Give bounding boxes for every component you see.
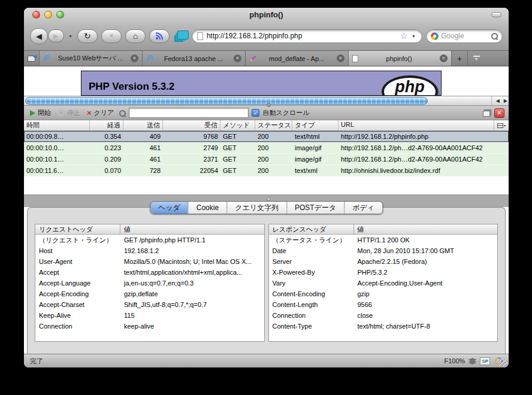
cell-status: 200: [255, 154, 292, 165]
tab-close-icon[interactable]: ×: [337, 54, 344, 62]
tab-close-icon[interactable]: ×: [234, 54, 241, 62]
sp-badge-p: P: [485, 358, 488, 364]
filter-input[interactable]: [129, 108, 249, 118]
search-icon[interactable]: [491, 32, 498, 40]
minimize-window-button[interactable]: [44, 11, 52, 19]
addon-stack-icon[interactable]: [177, 31, 189, 40]
forward-button[interactable]: ▶: [48, 29, 64, 42]
bookmark-star-icon[interactable]: ☆: [400, 32, 408, 40]
column-url[interactable]: URL: [338, 120, 494, 130]
location-dropdown-icon[interactable]: ▼: [412, 34, 416, 38]
header-value: Mozilla/5.0 (Macintosh; U; Intel Mac OS …: [120, 256, 264, 267]
header-row[interactable]: Content-Length 9566: [269, 299, 498, 310]
screenshot-root: { "window": { "title": "phpinfo()" }, "n…: [0, 0, 532, 395]
clear-button[interactable]: × クリア: [85, 108, 116, 117]
header-row[interactable]: X-Powered-By PHP/5.3.2: [269, 267, 498, 278]
home-button[interactable]: ⌂: [125, 29, 146, 43]
header-key: User-Agent: [35, 256, 120, 267]
resize-grip[interactable]: [499, 358, 507, 366]
new-tab-button[interactable]: +: [452, 51, 468, 66]
bug-addon-icon[interactable]: [470, 358, 475, 364]
back-button[interactable]: ◀: [30, 28, 48, 44]
response-headers-value-label[interactable]: 値: [354, 224, 498, 234]
request-row[interactable]: 00:00:10.0… 0.223 461 2749 GET 200 image…: [24, 142, 509, 154]
column-elapsed[interactable]: 経過: [90, 120, 123, 130]
detach-panel-icon[interactable]: [483, 110, 491, 117]
column-sent[interactable]: 送信: [123, 120, 163, 130]
tab-close-icon[interactable]: ×: [440, 54, 448, 62]
header-row[interactable]: User-Agent Mozilla/5.0 (Macintosh; U; In…: [35, 256, 264, 267]
response-headers-title[interactable]: レスポンスヘッダ: [269, 224, 354, 234]
column-time[interactable]: 時間: [24, 120, 90, 130]
search-bar[interactable]: Google: [426, 29, 503, 43]
browser-tab[interactable]: Fedora13 apache ... ×: [143, 51, 246, 66]
header-row[interactable]: Accept-Encoding gzip,deflate: [35, 288, 264, 299]
phpinfo-header-banner: PHP Version 5.3.2 php: [81, 71, 442, 96]
header-row[interactable]: Connection close: [269, 310, 498, 321]
cell-time: 00:00:10.0…: [24, 142, 90, 153]
header-row[interactable]: （リクエスト・ライン） GET /phpinfo.php HTTP/1.1: [35, 235, 264, 245]
tab-label: phpinfo(): [361, 55, 437, 62]
tab-close-icon[interactable]: ×: [131, 54, 138, 62]
stop-button[interactable]: ×: [101, 29, 122, 43]
start-button[interactable]: 開始: [28, 108, 53, 117]
autoscroll-checkbox[interactable]: ✓: [252, 109, 259, 117]
zoom-window-button[interactable]: [56, 11, 64, 19]
column-method[interactable]: メソッド: [220, 120, 255, 130]
column-received[interactable]: 受信: [163, 120, 220, 130]
sp-addon-badge[interactable]: SP: [480, 357, 490, 365]
detail-tab[interactable]: POSTデータ: [287, 202, 344, 214]
page-viewport: PHP Version 5.3.2 php: [24, 66, 509, 96]
stop-capture-button[interactable]: × 停止: [56, 108, 82, 117]
navigation-toolbar: ◀ ▶ ▼ ↻ × ⌂ http://192.168.1.2/phpinfo.p…: [24, 22, 509, 50]
google-logo-icon[interactable]: [431, 32, 439, 40]
titlebar[interactable]: phpinfo(): [24, 8, 509, 22]
detail-tab[interactable]: Cookie: [189, 202, 227, 214]
close-panel-button[interactable]: ×: [494, 108, 504, 118]
detail-tab[interactable]: ヘッダ: [150, 202, 189, 214]
header-row[interactable]: Host 192.168.1.2: [35, 245, 264, 256]
browser-tab[interactable]: phpinfo() ×: [349, 51, 452, 66]
header-row[interactable]: Accept text/html,application/xhtml+xml,a…: [35, 267, 264, 278]
detail-tab[interactable]: クエリ文字列: [227, 202, 287, 214]
browser-tab[interactable]: Suse10 Webサーバ ... ×: [40, 51, 143, 66]
scroll-right-icon[interactable]: ▶: [504, 98, 507, 104]
recently-closed-tabs-button[interactable]: [24, 51, 40, 66]
scroll-left-icon[interactable]: ◀: [496, 98, 500, 104]
tab-favicon: [43, 55, 50, 62]
column-type[interactable]: タイプ: [292, 120, 338, 130]
header-row[interactable]: Content-Encoding gzip: [269, 288, 498, 299]
request-row[interactable]: 00:00:10.1… 0.209 461 2371 GET 200 image…: [24, 154, 509, 165]
column-picker-arrow-icon: ▾: [504, 123, 506, 127]
header-row[interactable]: Date Mon, 28 Jun 2010 15:17:00 GMT: [269, 245, 498, 256]
location-bar[interactable]: http://192.168.1.2/phpinfo.php ☆ ▼: [192, 29, 422, 43]
list-all-tabs-button[interactable]: ▼: [468, 51, 485, 66]
reload-button[interactable]: ↻: [77, 29, 98, 43]
rss-feed-button[interactable]: [149, 29, 170, 43]
url-text[interactable]: http://192.168.1.2/phpinfo.php: [207, 32, 397, 40]
browser-tab[interactable]: mod_deflate - Ap... ×: [246, 51, 349, 66]
header-row[interactable]: Keep-Alive 115: [35, 310, 264, 321]
request-row[interactable]: 00:00:09.8… 0.354 409 9768 GET 200 text/…: [24, 131, 509, 142]
header-row[interactable]: Content-Type text/html; charset=UTF-8: [269, 321, 498, 332]
column-status[interactable]: ステータス: [255, 120, 292, 130]
history-dropdown-icon[interactable]: ▼: [68, 34, 72, 38]
scrollbar-thumb[interactable]: [25, 97, 428, 105]
close-window-button[interactable]: [32, 11, 40, 19]
column-picker-button[interactable]: ▾: [494, 120, 509, 130]
header-row[interactable]: Accept-Charset Shift_JIS,utf-8;q=0.7,*;q…: [35, 299, 264, 310]
header-row[interactable]: Vary Accept-Encoding,User-Agent: [269, 278, 498, 288]
search-engine-label[interactable]: Google: [441, 32, 488, 40]
header-row[interactable]: （ステータス・ライン） HTTP/1.1 200 OK: [269, 235, 498, 245]
request-headers-rows: （リクエスト・ライン） GET /phpinfo.php HTTP/1.1 Ho…: [35, 235, 264, 332]
request-headers-title[interactable]: リクエストヘッダ: [35, 224, 120, 234]
toolbar-toggle-lozenge[interactable]: [491, 12, 501, 17]
request-headers-value-label[interactable]: 値: [120, 224, 264, 234]
header-row[interactable]: Accept-Language ja,en-us;q=0.7,en;q=0.3: [35, 278, 264, 288]
request-row[interactable]: 00:00:11.6… 0.070 728 22054 GET 200 text…: [24, 165, 509, 177]
header-row[interactable]: Connection keep-alive: [35, 321, 264, 332]
zoom-level[interactable]: F100%: [444, 357, 465, 364]
header-row[interactable]: Server Apache/2.2.15 (Fedora): [269, 256, 498, 267]
cell-sent: 461: [123, 142, 163, 153]
detail-tab[interactable]: ボディ: [344, 202, 382, 214]
